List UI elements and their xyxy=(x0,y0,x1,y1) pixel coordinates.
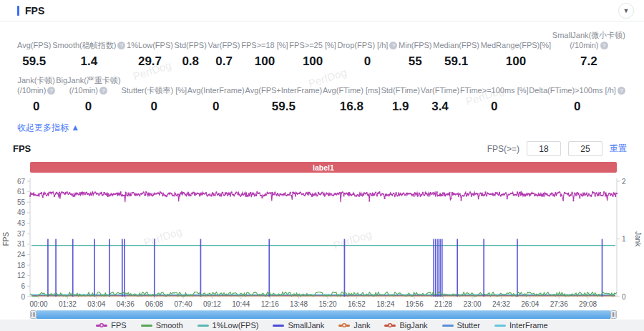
metrics-row-2: Jank(卡顿)(/10min)?0BigJank(严重卡顿)(/10min)?… xyxy=(0,75,644,113)
metric-label: Avg(FPS) xyxy=(17,40,51,50)
svg-text:00:00: 00:00 xyxy=(29,300,47,308)
help-icon[interactable]: ? xyxy=(99,87,107,95)
metric-cell: MedRange(FPS)[%]100 xyxy=(481,40,551,68)
legend-item-bigjank[interactable]: BigJank xyxy=(384,321,427,330)
metric-label: Min(FPS) xyxy=(399,40,431,50)
metric-value: 100 xyxy=(481,55,551,68)
metric-label: Std(FTime) xyxy=(381,85,420,95)
svg-text:12: 12 xyxy=(17,272,26,279)
metric-cell: Std(FTime)1.9 xyxy=(381,85,420,113)
svg-text:01:32: 01:32 xyxy=(59,300,77,308)
metric-label: FPS>=18 [%] xyxy=(241,40,288,50)
svg-text:16:52: 16:52 xyxy=(348,300,366,308)
metric-cell: FPS>=25 [%]100 xyxy=(289,40,336,68)
scrollbar-selected-range[interactable] xyxy=(36,310,610,319)
panel-title: FPS xyxy=(25,5,44,16)
metric-label: Avg(InterFrame) xyxy=(187,85,245,95)
metric-label: Var(FTime) xyxy=(421,85,459,95)
metric-cell: 1%Low(FPS)29.7 xyxy=(127,40,173,68)
y-axis-right-title: Jank xyxy=(634,231,642,247)
fps-jank-chart[interactable]: 061218243137434955616701200:0001:3203:04… xyxy=(0,176,644,310)
metric-label: Std(FPS) xyxy=(175,40,207,50)
svg-text:31: 31 xyxy=(17,240,26,248)
legend-item-1-low-fps-[interactable]: 1%Low(FPS) xyxy=(197,321,259,330)
metric-value: 3.4 xyxy=(421,100,459,113)
svg-text:10:44: 10:44 xyxy=(232,300,250,308)
metric-value: 100 xyxy=(241,55,288,68)
metric-label: Drop(FPS) [/h]? xyxy=(337,40,397,50)
chart-title: FPS xyxy=(13,143,31,154)
svg-text:18: 18 xyxy=(17,262,26,269)
chart-legend: FPSSmooth1%Low(FPS)SmallJankJankBigJankS… xyxy=(0,320,644,331)
metric-label: Avg(FPS+InterFrame) xyxy=(245,85,323,95)
metric-label: MedRange(FPS)[%] xyxy=(481,40,551,50)
legend-label: SmallJank xyxy=(288,321,324,330)
svg-text:06:08: 06:08 xyxy=(145,300,163,308)
help-icon[interactable]: ? xyxy=(47,87,55,95)
metric-value: 0 xyxy=(187,100,245,113)
collapse-more-link[interactable]: 收起更多指标 ▲ xyxy=(17,122,79,134)
legend-item-smalljank[interactable]: SmallJank xyxy=(273,321,324,330)
svg-text:24: 24 xyxy=(17,251,26,259)
svg-text:19:56: 19:56 xyxy=(406,300,424,308)
metric-value: 59.5 xyxy=(245,100,323,113)
chart-scrollbar xyxy=(30,310,617,319)
metric-cell: Median(FPS)59.1 xyxy=(433,40,479,68)
metric-value: 0 xyxy=(17,100,55,113)
metric-cell: Avg(InterFrame)0 xyxy=(187,85,245,113)
legend-item-stutter[interactable]: Stutter xyxy=(442,321,480,330)
scrollbar-right-handle[interactable] xyxy=(610,310,617,319)
metric-label: FTime>=100ms [%] xyxy=(460,85,529,95)
metric-label: Delta(FTime)>100ms [/h]? xyxy=(529,85,625,95)
metric-value: 7.2 xyxy=(552,55,625,68)
legend-item-fps[interactable]: FPS xyxy=(96,321,126,330)
svg-text:23:00: 23:00 xyxy=(463,300,481,308)
metric-label: BigJank(严重卡顿)(/10min)? xyxy=(56,75,120,95)
svg-text:43: 43 xyxy=(17,219,26,227)
metric-cell: Min(FPS)55 xyxy=(399,40,431,68)
legend-item-interframe[interactable]: InterFrame xyxy=(494,321,548,330)
metric-label: FPS>=25 [%] xyxy=(289,40,336,50)
svg-text:29:08: 29:08 xyxy=(579,300,597,308)
legend-line-icon xyxy=(197,325,209,327)
metric-value: 1.4 xyxy=(52,55,125,68)
metric-cell: FTime>=100ms [%]0 xyxy=(460,85,529,113)
metric-cell: Drop(FPS) [/h]?0 xyxy=(337,40,397,68)
svg-text:15:20: 15:20 xyxy=(318,300,336,308)
svg-text:61: 61 xyxy=(17,188,26,196)
help-icon[interactable]: ? xyxy=(389,42,397,49)
svg-text:37: 37 xyxy=(17,230,26,238)
metric-label: Median(FPS) xyxy=(433,40,479,50)
scrollbar-left-handle[interactable] xyxy=(30,310,36,319)
help-icon[interactable]: ? xyxy=(117,42,125,49)
metric-label: Avg(FTime) [ms] xyxy=(323,85,381,95)
metric-value: 16.8 xyxy=(323,100,381,113)
fps-threshold-input-2[interactable] xyxy=(568,141,602,156)
collapse-panel-button[interactable]: ▼ xyxy=(618,3,634,19)
legend-line-icon xyxy=(141,325,152,327)
legend-line-icon xyxy=(96,325,107,327)
legend-line-icon xyxy=(442,325,454,327)
metric-cell: Avg(FPS)59.5 xyxy=(17,40,51,68)
svg-text:13:48: 13:48 xyxy=(290,300,308,308)
svg-text:09:12: 09:12 xyxy=(203,300,221,308)
reset-link[interactable]: 重置 xyxy=(610,143,627,155)
svg-text:55: 55 xyxy=(17,198,26,206)
panel-header: FPS ▼ xyxy=(0,0,644,21)
legend-item-smooth[interactable]: Smooth xyxy=(141,321,183,330)
svg-text:03:04: 03:04 xyxy=(87,300,105,308)
fps-threshold-input-1[interactable] xyxy=(527,141,561,156)
svg-text:27:36: 27:36 xyxy=(550,300,568,308)
legend-item-jank[interactable]: Jank xyxy=(338,321,370,330)
metric-value: 0 xyxy=(529,100,625,113)
svg-text:18:24: 18:24 xyxy=(376,300,394,308)
label-band[interactable]: label1 xyxy=(30,162,617,173)
legend-label: InterFrame xyxy=(509,321,548,330)
help-icon[interactable]: ? xyxy=(618,87,625,95)
legend-line-icon xyxy=(384,325,396,327)
chart-section-header: FPS FPS(>=) 重置 xyxy=(13,141,627,156)
metric-value: 0.7 xyxy=(208,55,240,68)
metric-cell: Var(FPS)0.7 xyxy=(208,40,240,68)
help-icon[interactable]: ? xyxy=(600,42,608,49)
metric-value: 59.1 xyxy=(433,55,479,68)
